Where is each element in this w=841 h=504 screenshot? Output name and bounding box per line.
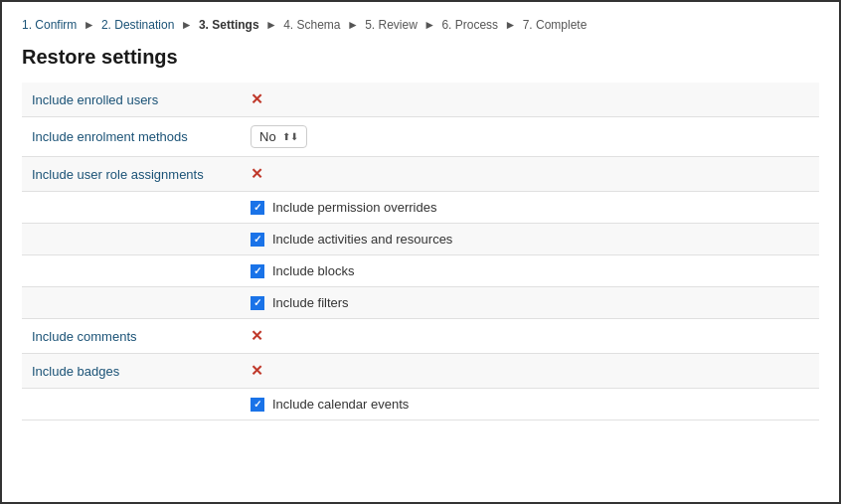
checkbox-permission-overrides[interactable]: [251, 201, 264, 215]
red-x-icon: ✕: [251, 90, 263, 107]
checkbox-label-activities-resources: Include activities and resources: [272, 232, 452, 247]
table-row: Include comments ✕: [22, 319, 819, 354]
enrolment-methods-select[interactable]: No ⬆⬇: [251, 125, 307, 148]
checkbox-label-blocks: Include blocks: [272, 263, 354, 278]
checkbox-label-permission-overrides: Include permission overrides: [272, 200, 436, 215]
arrow-1: ►: [84, 18, 95, 32]
breadcrumb-step-6: 6. Process: [441, 18, 498, 32]
breadcrumb: 1. Confirm ► 2. Destination ► 3. Setting…: [22, 18, 819, 32]
setting-value-badges: ✕: [241, 354, 819, 389]
setting-label-enrolled-users: Include enrolled users: [22, 83, 241, 117]
table-row: Include badges ✕: [22, 354, 819, 389]
setting-value-filters[interactable]: Include filters: [241, 287, 819, 319]
checkbox-row-filters[interactable]: Include filters: [251, 295, 809, 310]
setting-value-enrolment-methods[interactable]: No ⬆⬇: [241, 117, 819, 157]
setting-value-comments: ✕: [241, 319, 819, 354]
arrow-5: ►: [423, 18, 435, 32]
table-row: Include calendar events: [22, 389, 819, 420]
settings-table: Include enrolled users ✕ Include enrolme…: [22, 83, 819, 420]
red-x-icon: ✕: [251, 327, 263, 344]
setting-value-calendar-events[interactable]: Include calendar events: [241, 389, 819, 420]
checkbox-row-activities-resources[interactable]: Include activities and resources: [251, 232, 809, 247]
setting-label-user-role-assignments: Include user role assignments: [22, 157, 241, 192]
arrow-6: ►: [504, 18, 516, 32]
checkbox-activities-resources[interactable]: [251, 233, 264, 247]
breadcrumb-step-1[interactable]: 1. Confirm: [22, 18, 77, 32]
setting-label-empty-3: [22, 255, 241, 287]
table-row: Include filters: [22, 287, 819, 319]
table-row: Include enrolled users ✕: [22, 83, 819, 117]
setting-label-empty-4: [22, 287, 241, 319]
checkbox-label-calendar-events: Include calendar events: [272, 397, 409, 412]
setting-label-empty-5: [22, 389, 241, 420]
breadcrumb-step-4: 4. Schema: [283, 18, 340, 32]
checkbox-calendar-events[interactable]: [251, 398, 264, 412]
table-row: Include activities and resources: [22, 224, 819, 255]
breadcrumb-step-7: 7. Complete: [523, 18, 588, 32]
select-arrows-icon: ⬆⬇: [282, 131, 298, 142]
arrow-2: ►: [181, 18, 193, 32]
arrow-4: ►: [347, 18, 359, 32]
table-row: Include enrolment methods No ⬆⬇: [22, 117, 819, 157]
setting-value-blocks[interactable]: Include blocks: [241, 255, 819, 287]
table-row: Include user role assignments ✕: [22, 157, 819, 192]
table-row: Include permission overrides: [22, 192, 819, 224]
arrow-3: ►: [265, 18, 277, 32]
setting-label-empty-2: [22, 224, 241, 255]
setting-value-permission-overrides[interactable]: Include permission overrides: [241, 192, 819, 224]
checkbox-row-permission-overrides[interactable]: Include permission overrides: [251, 200, 809, 215]
table-row: Include blocks: [22, 255, 819, 287]
checkbox-blocks[interactable]: [251, 264, 264, 278]
red-x-icon: ✕: [251, 165, 263, 182]
checkbox-row-calendar-events[interactable]: Include calendar events: [251, 397, 809, 412]
setting-value-activities-resources[interactable]: Include activities and resources: [241, 224, 819, 255]
checkbox-filters[interactable]: [251, 296, 264, 310]
page-title: Restore settings: [22, 46, 819, 69]
setting-value-enrolled-users: ✕: [241, 83, 819, 117]
setting-label-badges: Include badges: [22, 354, 241, 389]
breadcrumb-step-2[interactable]: 2. Destination: [101, 18, 174, 32]
setting-label-comments: Include comments: [22, 319, 241, 354]
checkbox-label-filters: Include filters: [272, 295, 349, 310]
setting-value-user-role-assignments: ✕: [241, 157, 819, 192]
setting-label-enrolment-methods: Include enrolment methods: [22, 117, 241, 157]
breadcrumb-step-3-current: 3. Settings: [199, 18, 259, 32]
red-x-icon: ✕: [251, 362, 263, 379]
setting-label-empty-1: [22, 192, 241, 224]
checkbox-row-blocks[interactable]: Include blocks: [251, 263, 809, 278]
select-value: No: [259, 129, 276, 144]
breadcrumb-step-5: 5. Review: [365, 18, 418, 32]
